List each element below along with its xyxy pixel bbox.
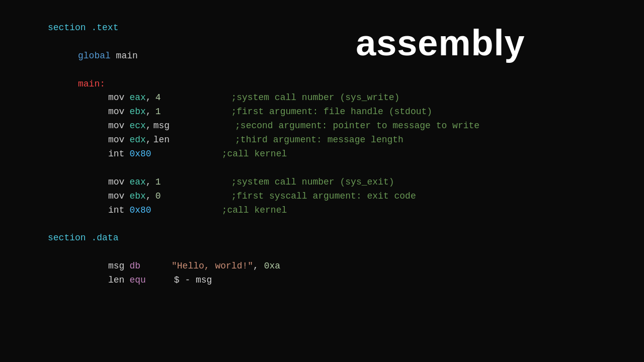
mnemonic-int-2: int bbox=[108, 204, 124, 218]
num-1b: 1 bbox=[155, 175, 161, 190]
directive-equ: equ bbox=[129, 274, 145, 288]
line-msg-db: msg db "Hello, world!" , 0xa bbox=[48, 259, 644, 274]
comment-2: ;first argument: file handle (stdout) bbox=[231, 105, 432, 119]
line-mov-edx-len: mov edx, len ;third argument: message le… bbox=[48, 133, 644, 147]
blank-3 bbox=[48, 161, 644, 175]
line-len-equ: len equ $ - msg bbox=[48, 274, 644, 288]
reg-edx: edx bbox=[129, 133, 145, 147]
mnemonic-mov-1: mov bbox=[108, 91, 124, 105]
comma-4: , bbox=[146, 133, 151, 147]
comma-5: , bbox=[146, 175, 151, 190]
mnemonic-mov-2: mov bbox=[108, 105, 124, 119]
comment-5: ;call kernel bbox=[222, 147, 287, 161]
mnemonic-mov-6: mov bbox=[108, 190, 124, 204]
reg-ebx-1: ebx bbox=[129, 105, 145, 119]
hex-80-1: 0x80 bbox=[129, 147, 151, 161]
num-4: 4 bbox=[155, 91, 161, 105]
blank-1 bbox=[48, 35, 644, 49]
line-mov-eax-4: mov eax, 4 ;system call number (sys_writ… bbox=[48, 91, 644, 105]
mnemonic-mov-3: mov bbox=[108, 119, 124, 133]
line-main-label: main: bbox=[48, 77, 644, 92]
section-data-name: .data bbox=[86, 231, 119, 245]
mnemonic-mov-4: mov bbox=[108, 133, 124, 147]
comment-6: ;system call number (sys_exit) bbox=[231, 175, 394, 190]
val-msg-1: msg bbox=[153, 119, 170, 133]
comma-1: , bbox=[146, 91, 151, 105]
line-int-1: int 0x80 ;call kernel bbox=[48, 147, 644, 161]
label-msg: msg bbox=[108, 259, 124, 274]
mnemonic-mov-5: mov bbox=[108, 175, 124, 190]
line-int-2: int 0x80 ;call kernel bbox=[48, 204, 644, 218]
comma-3: , bbox=[146, 119, 151, 133]
section-data-keyword: section bbox=[48, 231, 86, 245]
page-title: assembly bbox=[356, 15, 525, 71]
blank-2 bbox=[48, 63, 644, 77]
comment-8: ;call kernel bbox=[222, 204, 287, 218]
section-text-name: .text bbox=[86, 21, 119, 35]
global-main: main bbox=[111, 49, 138, 63]
global-keyword: global bbox=[78, 49, 111, 63]
blank-4 bbox=[48, 217, 644, 231]
comment-3: ;second argument: pointer to message to … bbox=[235, 119, 479, 133]
section-keyword: section bbox=[48, 21, 86, 35]
line-global: global main bbox=[48, 49, 644, 63]
equ-value: $ - msg bbox=[174, 274, 212, 288]
line-section-text: section .text bbox=[48, 21, 644, 35]
comma-6: , bbox=[146, 190, 151, 204]
mnemonic-int-1: int bbox=[108, 147, 124, 161]
hex-80-2: 0x80 bbox=[129, 204, 151, 218]
hex-0xa: 0xa bbox=[264, 259, 280, 274]
line-mov-eax-1: mov eax, 1 ;system call number (sys_exit… bbox=[48, 175, 644, 190]
directive-db: db bbox=[129, 259, 140, 274]
main-label: main: bbox=[78, 77, 105, 92]
line-mov-ecx-msg: mov ecx, msg ;second argument: pointer t… bbox=[48, 119, 644, 133]
reg-ecx: ecx bbox=[129, 119, 145, 133]
db-comma: , bbox=[253, 259, 264, 274]
num-1: 1 bbox=[155, 105, 161, 119]
reg-eax-1: eax bbox=[129, 91, 145, 105]
reg-eax-2: eax bbox=[129, 175, 145, 190]
code-block: section .text global main main: mov eax,… bbox=[48, 21, 644, 288]
num-0: 0 bbox=[155, 190, 161, 204]
line-mov-ebx-0: mov ebx, 0 ;first syscall argument: exit… bbox=[48, 190, 644, 204]
page: assembly section .text global main main:… bbox=[0, 0, 644, 362]
blank-5 bbox=[48, 245, 644, 259]
reg-ebx-2: ebx bbox=[129, 190, 145, 204]
val-len-1: len bbox=[153, 133, 170, 147]
comment-7: ;first syscall argument: exit code bbox=[231, 190, 416, 204]
line-section-data: section .data bbox=[48, 231, 644, 245]
comment-1: ;system call number (sys_write) bbox=[231, 91, 399, 105]
line-mov-ebx-1: mov ebx, 1 ;first argument: file handle … bbox=[48, 105, 644, 119]
comma-2: , bbox=[146, 105, 151, 119]
comment-4: ;third argument: message length bbox=[235, 133, 404, 147]
label-len: len bbox=[108, 274, 124, 288]
string-hello: "Hello, world!" bbox=[172, 259, 253, 274]
